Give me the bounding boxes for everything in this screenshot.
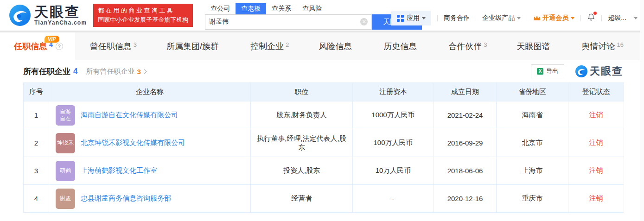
section-header: 所有任职企业 4 所有曾任职企业 3 X 导出 天眼查 <box>0 60 644 82</box>
tab-partners[interactable]: 合作伙伴3 <box>444 32 491 60</box>
col-status: 登记状态 <box>568 83 624 101</box>
chevron-down-icon <box>422 17 426 19</box>
apps-menu[interactable]: 应用 <box>391 11 431 25</box>
notifications-bell[interactable] <box>587 13 595 23</box>
row-region: 海南省 <box>497 101 568 129</box>
chevron-down-icon <box>571 17 574 19</box>
row-date: 2016-09-29 <box>434 129 497 157</box>
export-button[interactable]: X 导出 <box>531 64 564 78</box>
menu-enterprise-products[interactable]: 企业级产品 <box>482 14 521 22</box>
status-badge: 注销 <box>568 101 624 129</box>
watermark-logo: 天眼查 <box>575 64 623 78</box>
menu-divider <box>527 15 527 21</box>
logo-domain: TianYanCha.com <box>34 19 87 26</box>
scrollbar[interactable] <box>640 0 644 221</box>
col-region: 省份地区 <box>497 83 568 101</box>
row-date: 2020-12-16 <box>434 185 497 213</box>
row-capital: 100万人民币 <box>353 129 434 157</box>
row-position: 经营者 <box>251 185 353 213</box>
search-area: 查公司 查老板 查关系 查风险 ✕ 天眼一下 <box>205 1 422 30</box>
search-tab-company[interactable]: 查公司 <box>205 3 236 14</box>
company-link[interactable]: 海南自游自在文化传媒有限公司 <box>81 111 178 120</box>
promo-banner: 都在用的商业查询工具 国家中小企业发展子基金旗下机构 <box>93 4 193 27</box>
row-no: 2 <box>24 129 49 157</box>
search-tabs: 查公司 查老板 查关系 查风险 <box>205 3 422 14</box>
search-tab-boss[interactable]: 查老板 <box>236 3 266 14</box>
promo-line1: 都在用的商业查询工具 <box>98 6 188 15</box>
table-row: 2 坤锐禾 北京坤锐禾影视文化传媒有限公司 执行董事,经理,法定代表人,股东 1… <box>24 129 624 157</box>
logo-name: 天眼查 <box>34 5 87 19</box>
clear-search-icon[interactable]: ✕ <box>360 18 368 25</box>
col-date: 成立日期 <box>434 83 497 101</box>
tab-controlled-companies[interactable]: 控制企业2 <box>246 32 293 60</box>
company-avatar: 坤锐禾 <box>56 133 75 153</box>
tab-graph[interactable]: 天眼图谱 <box>512 32 557 60</box>
excel-icon: X <box>537 68 543 75</box>
tab-public-opinion[interactable]: 舆情讨论16 <box>577 32 628 60</box>
apps-label: 应用 <box>407 14 420 22</box>
company-link[interactable]: 忠县谢孟商务信息咨询服务部 <box>81 194 171 203</box>
tianyancha-logo[interactable]: 天眼查 TianYanCha.com <box>9 5 87 26</box>
row-capital: 10万人民币 <box>353 157 434 185</box>
search-tab-relation[interactable]: 查关系 <box>266 3 297 14</box>
row-no: 4 <box>24 185 49 213</box>
top-header: 天眼查 TianYanCha.com 都在用的商业查询工具 国家中小企业发展子基… <box>0 0 644 31</box>
menu-divider <box>601 15 602 21</box>
search-input[interactable] <box>209 18 360 25</box>
row-capital: - <box>353 185 434 213</box>
chevron-down-icon <box>517 17 521 19</box>
section-title: 所有任职企业 <box>23 66 70 77</box>
row-no: 1 <box>24 101 49 129</box>
col-position: 职位 <box>251 83 353 101</box>
col-company: 企业名称 <box>49 83 251 101</box>
row-region: 上海市 <box>497 157 568 185</box>
row-date: 2018-06-06 <box>434 157 497 185</box>
menu-divider <box>476 15 476 21</box>
row-date: 2021-02-24 <box>434 101 497 129</box>
menu-open-membership[interactable]: 开通会员 <box>533 14 574 22</box>
tab-group-cluster[interactable]: 所属集团/族群 <box>162 32 225 60</box>
tianyancha-watermark-icon <box>575 65 587 77</box>
section-count: 4 <box>73 67 77 76</box>
profile-nav-tabs: 任职信息 4 VIP ? 曾任职信息3 所属集团/族群 控制企业2 风险信息 历… <box>0 32 640 60</box>
status-badge: 注销 <box>568 157 624 185</box>
tab-positions[interactable]: 任职信息 4 VIP ? <box>0 32 75 60</box>
help-icon[interactable]: ? <box>56 43 63 50</box>
tab-history-info[interactable]: 历史信息 <box>379 32 423 60</box>
crown-icon <box>533 15 541 21</box>
tianyancha-logo-icon <box>9 5 31 26</box>
former-companies-link[interactable]: 所有曾任职企业 3 <box>86 67 146 76</box>
watermark-text: 天眼查 <box>590 64 623 78</box>
table-row: 3 萌鹤 上海萌鹤影视文化工作室 投资人,股东 10万人民币 2018-06-0… <box>24 157 624 185</box>
user-account-menu[interactable]: 超级... <box>608 14 638 22</box>
top-menu: 应用 商务合作 企业级产品 开通会员 超级... <box>391 0 638 31</box>
search-tab-risk[interactable]: 查风险 <box>297 3 327 14</box>
company-link[interactable]: 北京坤锐禾影视文化传媒有限公司 <box>81 139 185 147</box>
row-region: 重庆市 <box>497 185 568 213</box>
company-link[interactable]: 上海萌鹤影视文化工作室 <box>81 166 157 175</box>
table-row: 1 自游自在 海南自游自在文化传媒有限公司 股东,财务负责人 1000万人民币 … <box>24 101 624 129</box>
menu-divider <box>580 15 581 21</box>
status-badge: 注销 <box>568 129 624 157</box>
row-region: 北京市 <box>497 129 568 157</box>
row-position: 投资人,股东 <box>251 157 353 185</box>
company-avatar: 谢孟 <box>56 189 75 209</box>
row-position: 股东,财务负责人 <box>251 101 353 129</box>
row-capital: 1000万人民币 <box>353 101 434 129</box>
company-avatar: 萌鹤 <box>56 161 75 181</box>
vip-badge: VIP <box>45 36 59 43</box>
chevron-down-icon <box>634 17 638 19</box>
chevron-right-icon <box>142 69 147 74</box>
apps-grid-icon <box>397 15 404 22</box>
menu-business-cooperation[interactable]: 商务合作 <box>444 14 470 22</box>
tab-risk-info[interactable]: 风险信息 <box>314 32 358 60</box>
search-box: ✕ <box>205 14 372 30</box>
tab-former-positions[interactable]: 曾任职信息3 <box>85 32 141 60</box>
col-no: 序号 <box>24 83 49 101</box>
promo-line2: 国家中小企业发展子基金旗下机构 <box>98 15 188 25</box>
company-avatar: 自游自在 <box>56 105 75 126</box>
row-no: 3 <box>24 157 49 185</box>
notification-dot <box>593 12 597 15</box>
table-header-row: 序号 企业名称 职位 注册资本 成立日期 省份地区 登记状态 <box>24 83 624 101</box>
row-position: 执行董事,经理,法定代表人,股东 <box>251 129 353 157</box>
